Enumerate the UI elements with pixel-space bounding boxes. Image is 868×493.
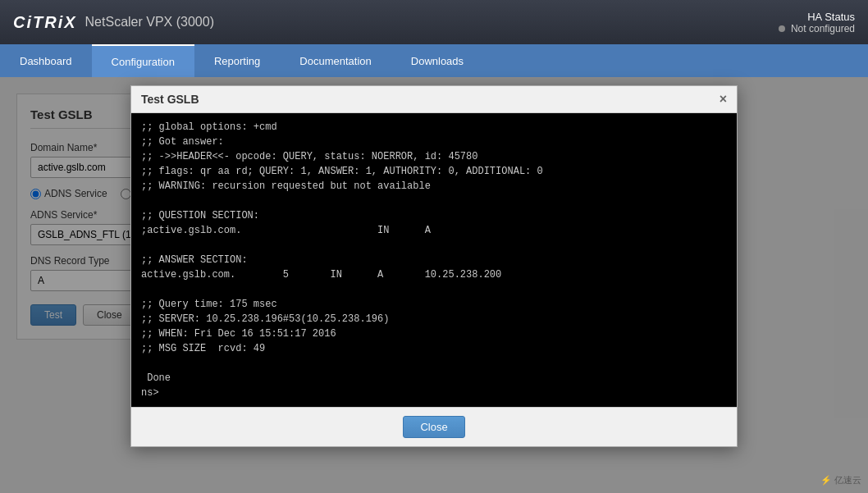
watermark: ⚡ 亿速云 [820,474,861,486]
ha-status-dot [779,25,785,32]
ha-status-area: HA Status Not configured [779,11,855,34]
modal-close-icon[interactable]: × [720,93,727,106]
logo-area: CiTRiX NetScaler VPX (3000) [13,13,214,32]
modal-close-button[interactable]: Close [403,416,464,438]
modal-terminal-output: ;; global options: +cmd ;; Got answer: ;… [131,113,737,407]
nav-item-configuration[interactable]: Configuration [92,44,194,77]
nav-item-documentation[interactable]: Documentation [280,44,391,77]
ha-status-value: Not configured [779,23,855,34]
test-gslb-modal: Test GSLB × ;; global options: +cmd ;; G… [130,85,738,447]
ha-status-label: HA Status [779,11,855,23]
modal-title: Test GSLB [141,93,199,106]
modal-header: Test GSLB × [131,86,737,113]
modal-footer: Close [131,407,737,446]
app-title: NetScaler VPX (3000) [85,15,214,30]
citrix-logo: CiTRiX [13,13,77,32]
nav-item-reporting[interactable]: Reporting [194,44,280,77]
nav-item-downloads[interactable]: Downloads [391,44,483,77]
nav-bar: Dashboard Configuration Reporting Docume… [0,44,868,77]
content-area: Test GSLB Domain Name* active.gslb.com A… [0,77,868,493]
top-header: CiTRiX NetScaler VPX (3000) HA Status No… [0,0,868,44]
modal-overlay: Test GSLB × ;; global options: +cmd ;; G… [0,77,868,493]
nav-item-dashboard[interactable]: Dashboard [0,44,92,77]
